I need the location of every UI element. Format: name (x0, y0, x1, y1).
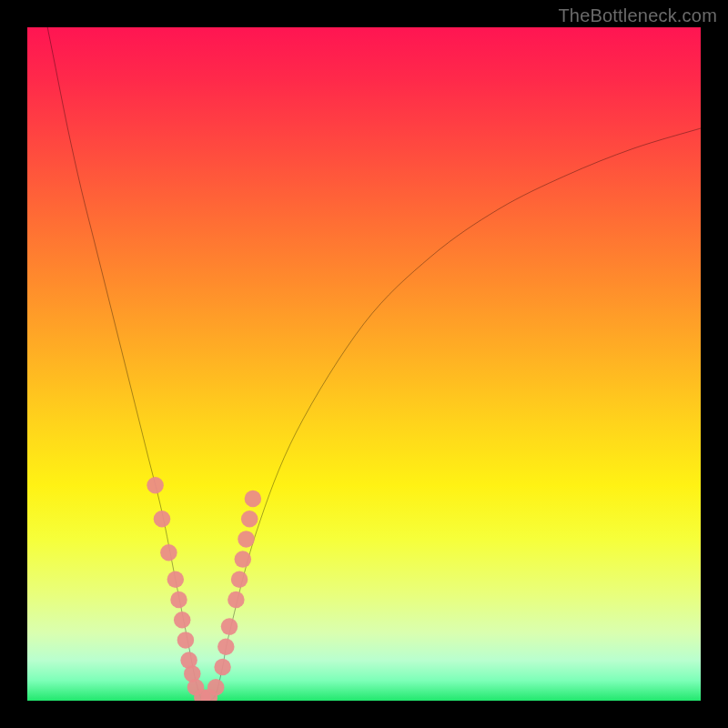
highlighted-point (154, 511, 171, 528)
highlighted-points-group (147, 477, 261, 701)
highlighted-point (238, 531, 255, 548)
highlighted-point (170, 592, 187, 609)
highlighted-point (177, 632, 195, 649)
plot-area (27, 27, 701, 701)
highlighted-point (217, 639, 234, 656)
watermark-text: TheBottleneck.com (558, 5, 717, 26)
highlighted-point (235, 551, 252, 568)
chart-svg (27, 27, 701, 701)
highlighted-point (174, 612, 191, 629)
highlighted-point (245, 490, 262, 508)
highlighted-point (167, 571, 185, 589)
bottleneck-curve (47, 27, 701, 701)
highlighted-point (221, 618, 238, 635)
highlighted-point (160, 544, 177, 561)
highlighted-point (214, 659, 231, 676)
highlighted-point (241, 511, 258, 528)
highlighted-point (207, 679, 225, 696)
highlighted-point (231, 571, 248, 589)
highlighted-point (147, 477, 164, 494)
highlighted-point (228, 592, 245, 609)
